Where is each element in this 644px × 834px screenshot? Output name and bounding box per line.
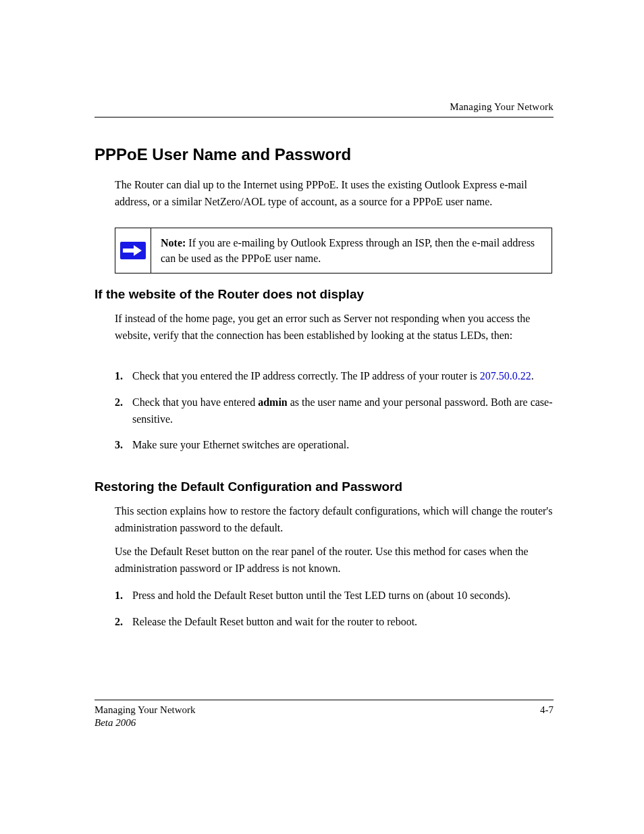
paragraph-restore-method: Use the Default Reset button on the rear… <box>115 544 554 577</box>
list-number: 1. <box>115 368 132 385</box>
admin-username: admin <box>258 396 288 408</box>
list-body: Make sure your Ethernet switches are ope… <box>132 437 554 454</box>
svg-rect-0 <box>123 249 135 253</box>
arrow-right-icon <box>120 242 146 259</box>
note-icon-cell <box>115 228 151 273</box>
header-rule <box>95 117 554 118</box>
list-item: 2. Release the Default Reset button and … <box>115 614 554 631</box>
paragraph-no-display: If instead of the home page, you get an … <box>115 311 554 344</box>
list-body: Release the Default Reset button and wai… <box>132 614 554 631</box>
header-chapter-title: Managing Your Network <box>95 101 554 113</box>
page-header: Managing Your Network <box>95 101 554 118</box>
list-item: 1. Press and hold the Default Reset butt… <box>115 588 554 604</box>
ordered-list-reset: 1. Press and hold the Default Reset butt… <box>115 588 554 640</box>
page: Managing Your Network PPPoE User Name an… <box>0 0 644 834</box>
intro-paragraph: The Router can dial up to the Internet u… <box>115 177 554 211</box>
svg-marker-1 <box>134 245 142 256</box>
page-number: 4-7 <box>540 704 554 716</box>
list-number: 3. <box>115 437 132 454</box>
section-heading: PPPoE User Name and Password <box>95 145 351 164</box>
router-ip-link[interactable]: 207.50.0.22 <box>480 370 531 382</box>
footer-chapter: Managing Your Network <box>95 704 196 716</box>
list-item: 3. Make sure your Ethernet switches are … <box>115 437 554 454</box>
subheading-no-display: If the website of the Router does not di… <box>95 287 364 302</box>
note-body: If you are e-mailing by Outlook Express … <box>161 237 535 264</box>
subheading-restore: Restoring the Default Configuration and … <box>95 479 402 494</box>
list-number: 2. <box>115 614 132 631</box>
list-item: 2. Check that you have entered admin as … <box>115 394 554 428</box>
footer-line: Managing Your Network 4-7 <box>95 704 554 716</box>
page-footer: Managing Your Network 4-7 Beta 2006 <box>95 700 554 729</box>
footer-rule <box>95 700 554 700</box>
footer-date: Beta 2006 <box>95 717 554 729</box>
paragraph-restore-intro: This section explains how to restore the… <box>115 503 554 537</box>
list-body: Check that you entered the IP address co… <box>132 368 554 385</box>
list-number: 1. <box>115 588 132 604</box>
ordered-list-troubleshoot: 1. Check that you entered the IP address… <box>115 368 554 463</box>
note-callout: Note: If you are e-mailing by Outlook Ex… <box>115 228 552 273</box>
note-text: Note: If you are e-mailing by Outlook Ex… <box>151 228 552 273</box>
note-label: Note: <box>161 237 186 249</box>
list-item: 1. Check that you entered the IP address… <box>115 368 554 385</box>
list-body: Check that you have entered admin as the… <box>132 394 554 428</box>
list-number: 2. <box>115 394 132 428</box>
list-body: Press and hold the Default Reset button … <box>132 588 554 604</box>
